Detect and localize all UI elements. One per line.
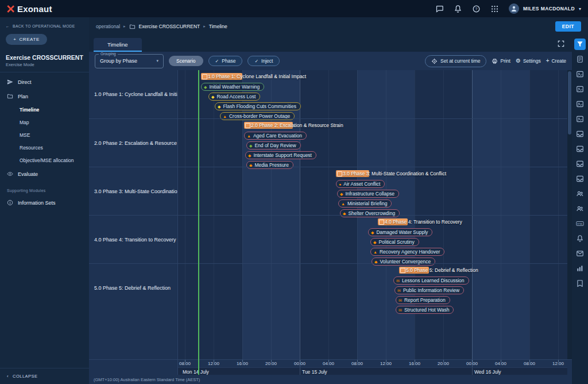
phase-row-label[interactable]: 4.0 Phase 4: Transition to Recovery <box>89 216 178 263</box>
messages-mail-icon[interactable] <box>574 248 586 259</box>
time-tick-label: 12:00 <box>208 361 219 366</box>
scenario-button[interactable]: Scenario <box>169 56 203 66</box>
vertical-scrollbar[interactable] <box>567 70 572 359</box>
library-book-icon[interactable] <box>574 278 586 289</box>
create-button[interactable]: + Create <box>546 58 566 64</box>
alerts-bell-icon[interactable] <box>574 233 586 244</box>
breadcrumb-timeline[interactable]: Timeline <box>209 24 227 29</box>
teams-group-icon[interactable] <box>574 203 586 214</box>
print-button[interactable]: Print <box>492 58 510 64</box>
breadcrumb-separator-icon: ▸ <box>203 24 206 29</box>
phase-row-label[interactable]: 3.0 Phase 3: Multi-State Coordination... <box>89 167 178 215</box>
sidebar-item-timeline[interactable]: Timeline <box>0 103 89 116</box>
user-menu[interactable]: MILES MACDONALD ▾ <box>509 3 581 14</box>
back-to-operational-link[interactable]: ← BACK TO OPERATIONAL MODE <box>0 17 89 33</box>
inject-item[interactable]: ✉Structured Hot Wash <box>396 306 454 314</box>
chat-icon[interactable] <box>435 5 444 13</box>
inject-item[interactable]: ◆Road Access Lost <box>208 93 260 101</box>
sidebar-item-map[interactable]: Map <box>0 116 89 129</box>
inject-item[interactable]: ●Air Asset Conflict <box>336 180 385 188</box>
inject-item[interactable]: ✉Report Preparation <box>396 296 450 304</box>
inject-item[interactable]: ◆Damaged Water Supply <box>368 228 432 236</box>
envelope-icon: ✉ <box>399 298 402 302</box>
phase-filter-chip[interactable]: Phase <box>208 56 243 66</box>
sidebar-item-information-sets[interactable]: Information Sets <box>0 195 89 210</box>
preview-card-icon[interactable] <box>574 68 586 80</box>
inject-item[interactable]: ▲Recovery Agency Handover <box>370 248 444 256</box>
inject-item[interactable]: ◆Interstate Support Request <box>245 151 316 159</box>
phase-row-label[interactable]: 5.0 Phase 5: Debrief & Reflection <box>89 264 178 312</box>
set-at-current-time-button[interactable]: Set at current time <box>425 55 486 67</box>
tab-timeline[interactable]: Timeline <box>94 38 142 52</box>
grouping-label: Grouping <box>99 52 118 56</box>
notifications-bell-icon[interactable] <box>454 5 462 13</box>
inject-item[interactable]: ✉Lessons Learned Discussion <box>393 277 469 285</box>
breadcrumb: operational ▸ Exercise CROSSCURRENT ▸ Ti… <box>89 17 588 36</box>
breadcrumb-operational[interactable]: operational <box>96 24 120 29</box>
day-boundary-line <box>300 360 300 367</box>
inject-label: Infrastructure Collapse <box>345 191 394 197</box>
breadcrumb-separator-icon: ▸ <box>123 24 126 29</box>
inject-item[interactable]: ◆Political Scrutiny <box>370 238 419 246</box>
inject-filter-chip[interactable]: Inject <box>247 56 280 66</box>
sidebar-item-mse[interactable]: MSE <box>0 129 89 141</box>
snapshot-card-icon[interactable] <box>574 83 586 95</box>
brand-logo: Exonaut <box>7 4 52 14</box>
filter-icon[interactable] <box>574 39 586 50</box>
circle-icon: ● <box>339 182 341 186</box>
roles-group-icon[interactable] <box>574 188 586 199</box>
sidebar-item-objective-mse-allocation[interactable]: Objective/MSE allocation <box>0 154 89 167</box>
inject-label: Aged Care Evacuation <box>253 133 302 139</box>
breadcrumb-exercise[interactable]: Exercise CROSSCURRENT <box>139 24 200 29</box>
sidebar-create-button[interactable]: + CREATE <box>6 34 47 45</box>
sidebar-item-evaluate[interactable]: Evaluate <box>0 167 89 181</box>
inject-item[interactable]: ◆End of Day Review <box>246 141 301 149</box>
time-tick-label: 08:00 <box>524 361 535 366</box>
time-tick-label: 12:00 <box>552 361 564 366</box>
sidebar-item-plan[interactable]: Plan <box>0 89 89 103</box>
inject-label: Recovery Agency Handover <box>380 249 440 255</box>
axis-plot: 08:0012:0016:0020:0000:0004:0008:0012:00… <box>178 360 567 375</box>
apps-grid-icon[interactable] <box>490 5 499 13</box>
export-document-icon[interactable] <box>574 53 586 65</box>
inbox-tray-icon[interactable] <box>574 143 586 155</box>
settings-button[interactable]: ⚙ Settings <box>516 58 541 64</box>
timeline-rows-wrap: 1.0 Phase 1: Cyclone Landfall & Initia..… <box>89 70 572 359</box>
inject-item[interactable]: ▲Aged Care Evacuation <box>244 132 307 140</box>
phase-row-label[interactable]: 2.0 Phase 2: Escalation & Resource S... <box>89 119 178 167</box>
edit-button[interactable]: EDIT <box>555 21 581 32</box>
grouping-select[interactable]: Grouping Group by Phase ▾ <box>95 54 164 68</box>
timezone-footer: (GMT+10:00) Australian Eastern Standard … <box>89 375 572 384</box>
inject-label: Structured Hot Wash <box>404 307 450 313</box>
sidebar-item-direct[interactable]: Direct <box>0 75 89 89</box>
scrollbar-thumb[interactable] <box>568 71 571 135</box>
inject-label: Ministerial Briefing <box>347 201 387 206</box>
inject-item[interactable]: ✉Public Information Review <box>394 286 464 294</box>
day-boundary-line <box>300 368 300 375</box>
inject-item[interactable]: ◆Flash Flooding Cuts Communities <box>215 102 301 110</box>
archive-tray-icon[interactable] <box>574 128 586 140</box>
phase-bar-label: 3.0 Phase 3: Multi-State Coordination & … <box>343 170 446 177</box>
inject-item[interactable]: ▲Ministerial Briefing <box>338 199 392 208</box>
diamond-icon: ◆ <box>373 240 376 244</box>
storage-tray-icon[interactable] <box>574 158 586 170</box>
media-card-icon[interactable] <box>574 98 586 110</box>
reports-chart-icon[interactable] <box>574 263 586 274</box>
phase-row-label[interactable]: 1.0 Phase 1: Cyclone Landfall & Initia..… <box>89 70 178 118</box>
time-tick-label: 08:00 <box>179 361 191 366</box>
diamond-icon: ◆ <box>248 153 251 158</box>
help-icon[interactable]: ? <box>472 5 481 13</box>
inject-item[interactable]: ◆Infrastructure Collapse <box>337 190 399 198</box>
fullscreen-icon[interactable] <box>557 40 565 48</box>
inject-item[interactable]: ◆Initial Weather Warning <box>201 83 264 91</box>
exercise-name: Exercise CROSSCURRENT <box>0 53 89 62</box>
triangle-icon: ▲ <box>223 114 227 118</box>
collection-tray-icon[interactable] <box>574 173 586 185</box>
sidebar-item-resources[interactable]: Resources <box>0 141 89 154</box>
phase-bar-label: 5.0 Phase 5: Debrief & Reflection <box>406 267 478 274</box>
html-icon[interactable]: HTML <box>574 218 586 229</box>
frame-card-icon[interactable] <box>574 113 586 125</box>
collapse-sidebar-button[interactable]: ‹ COLLAPSE <box>0 368 89 384</box>
timeline-row: 4.0 Phase 4: Transition to Recovery4.0 P… <box>89 215 572 263</box>
timeline-row: 5.0 Phase 5: Debrief & Reflection5.0 Pha… <box>89 263 572 312</box>
